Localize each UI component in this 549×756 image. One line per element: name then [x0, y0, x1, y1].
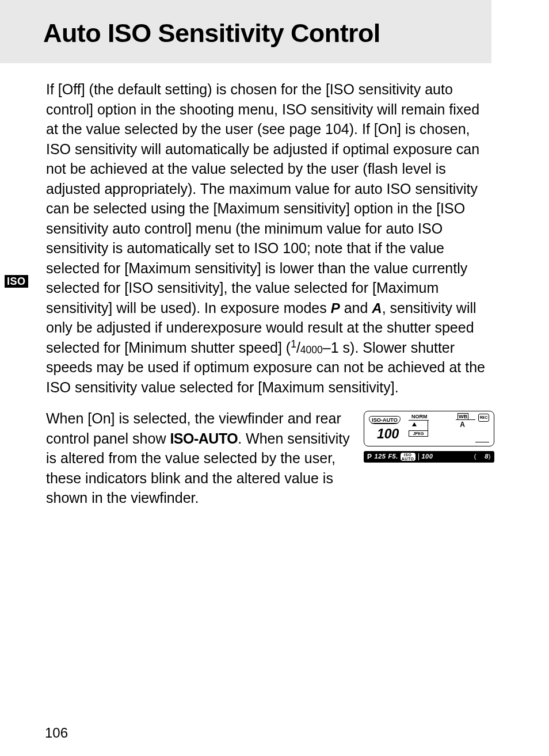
mode-p-glyph: P: [331, 300, 340, 316]
lcd-quality-box: JPEG: [409, 420, 428, 442]
lcd-rec-indicator: REC: [478, 414, 489, 422]
vf-count-value: 8: [485, 453, 489, 460]
lcd-iso-auto-indicator: ISO-AUTO: [369, 416, 401, 424]
page-number: 106: [45, 725, 68, 741]
page-title: Auto ISO Sensitivity Control: [43, 18, 491, 48]
lcd-iso-auto-text: ISO-AUTO: [371, 417, 398, 423]
vf-iso-bot: AUTO: [402, 457, 414, 461]
paragraph-1: If [Off] (the default setting) is chosen…: [46, 79, 494, 397]
iso-section-tab: ISO: [5, 275, 28, 288]
display-illustrations: ISO-AUTO 100 NORM JPEG WB A REC P 125 F5…: [364, 411, 494, 463]
mode-a-glyph: A: [372, 300, 382, 316]
lcd-wb-mode: A: [460, 420, 465, 430]
vf-frame-count: ( 8): [474, 452, 491, 461]
vf-mode: P: [367, 452, 372, 462]
vf-iso-top: ISO: [402, 453, 414, 457]
p1-text-b: and: [340, 300, 372, 316]
vf-iso-auto-indicator: ISO AUTO: [401, 453, 415, 461]
rear-control-panel-illustration: ISO-AUTO 100 NORM JPEG WB A REC: [364, 411, 494, 446]
fraction-numerator: 1: [291, 338, 296, 349]
lcd-jpeg-label: JPEG: [409, 430, 428, 437]
vf-aperture: F5.: [388, 452, 398, 461]
fraction-sep: /: [296, 339, 300, 356]
fraction-denominator: 4000: [300, 344, 323, 356]
lcd-iso-value: 100: [377, 425, 399, 444]
vf-shutter: 125: [375, 452, 386, 461]
iso-auto-bold-label: ISO-AUTO: [170, 430, 238, 446]
paragraph-2: When [On] is selected, the viewfinder an…: [46, 408, 353, 508]
vf-iso-value: 100: [422, 452, 433, 461]
viewfinder-illustration: P 125 F5. ISO AUTO 100 ( 8): [364, 451, 494, 463]
p1-text-a: If [Off] (the default setting) is chosen…: [46, 81, 479, 316]
